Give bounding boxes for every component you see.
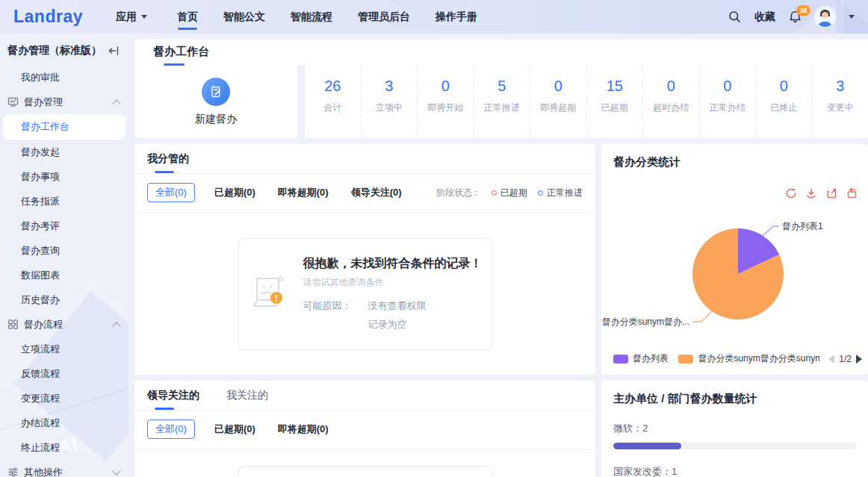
sidebar-item-label: 督办查询 bbox=[21, 244, 60, 258]
stat-near-overdue[interactable]: 0即将超期 bbox=[530, 66, 586, 138]
filter-all[interactable]: 全部(0) bbox=[147, 420, 195, 439]
sidebar-menu: 我的审批 督办管理 督办工作台 督办发起 督办事项 任务指派 督办考评 督办查询… bbox=[0, 65, 128, 477]
filter-leader-focus[interactable]: 领导关注(0) bbox=[351, 186, 402, 199]
tab-my-managed[interactable]: 我分管的 bbox=[147, 144, 189, 173]
sidebar-item-change-flow[interactable]: 变更流程 bbox=[0, 386, 128, 411]
sidebar-item-my-approvals[interactable]: 我的审批 bbox=[0, 65, 128, 90]
org-stats-title: 主办单位 / 部门督办数量统计 bbox=[613, 381, 856, 406]
chevron-up-icon bbox=[112, 322, 120, 330]
landray-logo[interactable]: Landray bbox=[13, 7, 83, 27]
stat-on-track[interactable]: 5正常推进 bbox=[474, 66, 530, 138]
page-title-tab[interactable]: 督办工作台 bbox=[153, 45, 209, 66]
followed-card: 领导关注的 我关注的 全部(0) 已超期(0) 即将超期(0) bbox=[134, 381, 595, 477]
filter-all[interactable]: 全部(0) bbox=[147, 183, 195, 202]
new-supervision-button[interactable]: 新建督办 bbox=[134, 66, 297, 138]
nav-item-smart-flow[interactable]: 智能流程 bbox=[291, 1, 332, 34]
empty-reason-1: 没有查看权限 bbox=[368, 299, 427, 313]
legend-item-2[interactable]: 督办分类sunym督办分类sunym督办分类sunym bbox=[678, 352, 819, 365]
sidebar-item-label: 终止流程 bbox=[21, 441, 60, 455]
sidebar-item-supervision-matters[interactable]: 督办事项 bbox=[0, 164, 128, 189]
stat-label: 变更中 bbox=[813, 102, 868, 114]
sidebar-item-supervision-review[interactable]: 督办考评 bbox=[0, 213, 128, 238]
sidebar-item-data-charts[interactable]: 数据图表 bbox=[0, 263, 128, 287]
legend-item-1[interactable]: 督办列表1 bbox=[613, 352, 669, 365]
sidebar-item-project-flow[interactable]: 立项流程 bbox=[0, 337, 128, 361]
sidebar-item-label: 变更流程 bbox=[21, 392, 60, 405]
sidebar-item-label: 历史督办 bbox=[21, 293, 60, 307]
nav-item-manual[interactable]: 操作手册 bbox=[435, 1, 477, 34]
filter-overdue[interactable]: 已超期(0) bbox=[214, 423, 255, 436]
sidebar-item-finish-flow[interactable]: 办结流程 bbox=[0, 411, 128, 435]
stage-overdue: 已超期 bbox=[492, 187, 527, 199]
category-stats-title: 督办分类统计 bbox=[601, 144, 868, 169]
sidebar-item-label: 任务指派 bbox=[21, 195, 60, 208]
pie-callout-2: 督办分类sunym督办... bbox=[602, 317, 689, 327]
stat-label: 超时办结 bbox=[643, 102, 699, 114]
stat-label: 正常推进 bbox=[474, 102, 530, 114]
empty-reason-2: 记录为空 bbox=[368, 318, 427, 331]
stat-value: 0 bbox=[643, 78, 699, 95]
nav-item-smart-docs[interactable]: 智能公文 bbox=[223, 1, 265, 34]
favorites-link[interactable]: 收藏 bbox=[754, 10, 775, 24]
legend-label: 督办分类sunym督办分类sunym督办分类sunym bbox=[698, 352, 819, 365]
apps-menu-button[interactable]: 应用 bbox=[116, 10, 147, 24]
sidebar-item-feedback-flow[interactable]: 反馈流程 bbox=[0, 361, 128, 386]
stage-status-legend: 阶段状态： 已超期 正常推进 bbox=[436, 187, 583, 199]
stat-about-to-start[interactable]: 0即将开始 bbox=[417, 66, 474, 138]
bar-label: 国家发改委：1 bbox=[613, 465, 856, 477]
app-window: Landray 应用 首页 智能公文 智能流程 管理员后台 操作手册 收藏 38 bbox=[0, 0, 868, 477]
empty-reason-label: 可能原因： bbox=[303, 299, 352, 331]
stat-overdue[interactable]: 15已超期 bbox=[586, 66, 643, 138]
chevron-up-icon bbox=[112, 99, 120, 107]
filter-near-overdue[interactable]: 即将超期(0) bbox=[278, 423, 329, 436]
sidebar-item-history[interactable]: 历史督办 bbox=[0, 287, 128, 312]
legend-swatch-orange bbox=[678, 355, 693, 364]
filter-overdue[interactable]: 已超期(0) bbox=[214, 186, 255, 199]
stat-value: 0 bbox=[756, 78, 812, 95]
sidebar-group-other-actions[interactable]: 其他操作 bbox=[0, 460, 128, 477]
sidebar-item-supervision-workbench[interactable]: 督办工作台 bbox=[3, 114, 125, 140]
nav-item-admin-console[interactable]: 管理员后台 bbox=[358, 1, 410, 34]
stat-label: 已终止 bbox=[756, 102, 812, 114]
search-icon[interactable] bbox=[728, 10, 741, 23]
stat-value: 26 bbox=[305, 78, 361, 95]
avatar[interactable] bbox=[815, 7, 835, 27]
sidebar-group-label: 其他操作 bbox=[24, 466, 63, 477]
sidebar-item-supervision-query[interactable]: 督办查询 bbox=[0, 238, 128, 263]
pager-next-icon[interactable] bbox=[856, 355, 862, 364]
avatar-body bbox=[818, 22, 832, 27]
chevron-down-icon bbox=[112, 467, 120, 475]
sidebar-group-supervision-mgmt[interactable]: 督办管理 bbox=[0, 90, 128, 114]
nav-item-home[interactable]: 首页 bbox=[177, 1, 198, 34]
stat-changing[interactable]: 3变更中 bbox=[812, 66, 868, 138]
new-document-icon bbox=[202, 78, 230, 106]
stat-finished[interactable]: 0正常办结 bbox=[699, 66, 756, 138]
bar-row-ndrc: 国家发改委：1 bbox=[613, 465, 856, 477]
sidebar-group-supervision-flow[interactable]: 督办流程 bbox=[0, 312, 128, 337]
pager-prev-icon[interactable] bbox=[828, 355, 834, 364]
collapse-sidebar-icon[interactable] bbox=[108, 45, 120, 57]
stat-value: 0 bbox=[418, 78, 474, 95]
pie-callout-1: 督办列表1 bbox=[782, 221, 823, 231]
my-managed-card: 我分管的 全部(0) 已超期(0) 即将超期(0) 领导关注(0) 阶段状态： … bbox=[134, 144, 595, 375]
sidebar-item-label: 督办考评 bbox=[21, 219, 60, 233]
sidebar-item-terminate-flow[interactable]: 终止流程 bbox=[0, 435, 128, 460]
caret-down-icon[interactable] bbox=[849, 15, 855, 19]
stage-status-label: 阶段状态： bbox=[436, 187, 481, 199]
sidebar-item-task-assign[interactable]: 任务指派 bbox=[0, 189, 128, 213]
stage-on-track: 正常推进 bbox=[538, 187, 583, 199]
filter-near-overdue[interactable]: 即将超期(0) bbox=[278, 186, 329, 199]
tab-my-followed[interactable]: 我关注的 bbox=[226, 381, 268, 410]
stat-late-finished[interactable]: 0超时办结 bbox=[642, 66, 699, 138]
sidebar-item-supervision-initiate[interactable]: 督办发起 bbox=[0, 140, 128, 164]
tab-leader-followed[interactable]: 领导关注的 bbox=[147, 381, 199, 410]
stat-initiating[interactable]: 3立项中 bbox=[361, 66, 418, 138]
empty-state-partial bbox=[238, 466, 492, 477]
bar-row-microsoft: 微软：2 bbox=[613, 422, 856, 449]
org-stats-card: 主办单位 / 部门督办数量统计 微软：2 国家发改委：1 bbox=[601, 381, 868, 477]
notifications-button[interactable]: 38 bbox=[789, 10, 802, 23]
sidebar-item-label: 督办工作台 bbox=[21, 120, 69, 134]
stat-terminated[interactable]: 0已终止 bbox=[755, 66, 812, 138]
category-stats-card: 督办分类统计 bbox=[601, 144, 868, 375]
stat-total[interactable]: 26合计 bbox=[305, 66, 361, 138]
